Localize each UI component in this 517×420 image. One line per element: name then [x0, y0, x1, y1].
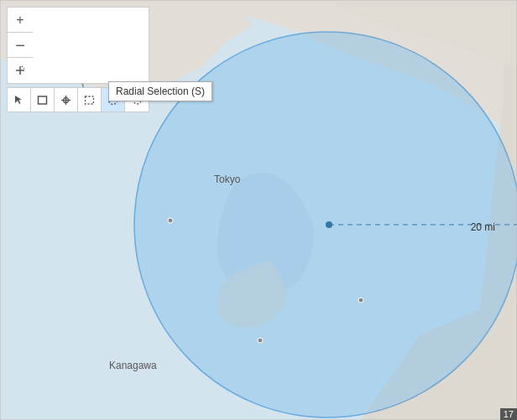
- radial-select-button[interactable]: [102, 88, 125, 111]
- dotted-rect-select-button[interactable]: [78, 88, 102, 111]
- selection-toolbar: [7, 87, 149, 112]
- zoom-in-button[interactable]: +: [8, 8, 33, 33]
- lasso-select-button[interactable]: [125, 88, 149, 111]
- svg-rect-24: [86, 96, 94, 104]
- svg-point-25: [109, 96, 118, 104]
- svg-text:Kanagawa: Kanagawa: [109, 360, 157, 371]
- toolbar: + −: [7, 7, 149, 112]
- tile-badge: 17: [500, 408, 517, 420]
- svg-point-8: [358, 298, 363, 303]
- svg-point-9: [258, 338, 263, 343]
- svg-point-7: [168, 218, 173, 223]
- crosshair-select-button[interactable]: [55, 88, 78, 111]
- rectangle-select-button[interactable]: [31, 88, 55, 111]
- svg-line-18: [22, 66, 24, 69]
- arrow-tool-button[interactable]: [8, 88, 31, 111]
- zoom-out-button[interactable]: −: [8, 33, 33, 58]
- reset-extent-button[interactable]: [8, 58, 33, 83]
- svg-rect-20: [39, 96, 47, 104]
- map-container: Tokyo Kanagawa + − +: [0, 0, 517, 420]
- svg-point-4: [326, 221, 332, 228]
- svg-marker-19: [15, 96, 22, 104]
- svg-text:Tokyo: Tokyo: [214, 174, 241, 185]
